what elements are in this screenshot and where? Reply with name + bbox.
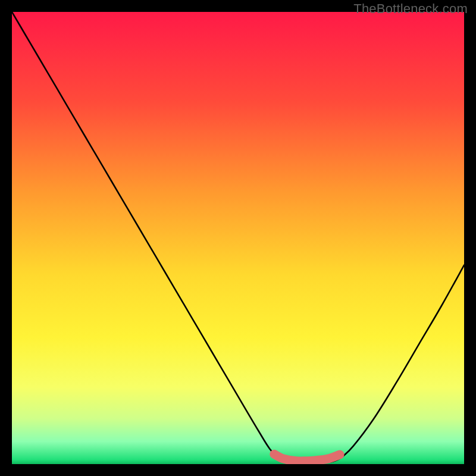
watermark-text: TheBottleneck.com [353,1,468,17]
chart-frame: TheBottleneck.com [0,0,476,476]
curve-layer [12,12,464,464]
optimal-band-marker [274,454,340,461]
bottleneck-curve [12,12,464,464]
plot-area [12,12,464,464]
